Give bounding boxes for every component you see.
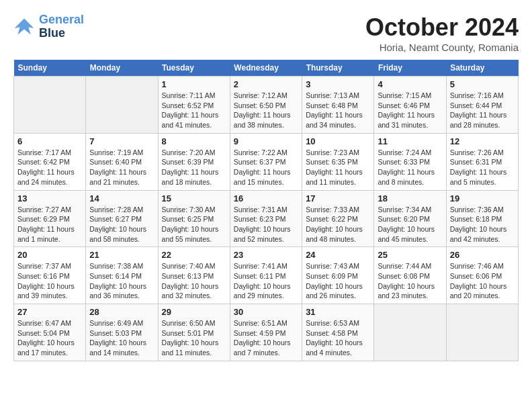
calendar-cell: 26Sunrise: 7:46 AM Sunset: 6:06 PM Dayli… <box>446 247 518 304</box>
day-number: 30 <box>234 307 298 317</box>
day-info: Sunrise: 7:40 AM Sunset: 6:13 PM Dayligh… <box>162 261 226 301</box>
calendar-cell: 8Sunrise: 7:20 AM Sunset: 6:39 PM Daylig… <box>158 133 230 190</box>
day-info: Sunrise: 7:33 AM Sunset: 6:22 PM Dayligh… <box>306 205 370 244</box>
calendar-cell <box>374 304 446 361</box>
day-info: Sunrise: 7:17 AM Sunset: 6:42 PM Dayligh… <box>17 148 82 187</box>
calendar-cell: 29Sunrise: 6:50 AM Sunset: 5:01 PM Dayli… <box>158 304 230 361</box>
day-info: Sunrise: 7:31 AM Sunset: 6:23 PM Dayligh… <box>234 205 298 244</box>
day-number: 6 <box>17 136 82 146</box>
day-info: Sunrise: 7:23 AM Sunset: 6:35 PM Dayligh… <box>306 148 370 187</box>
day-number: 31 <box>306 307 370 317</box>
day-info: Sunrise: 6:51 AM Sunset: 4:59 PM Dayligh… <box>234 318 298 358</box>
calendar-week-row: 13Sunrise: 7:27 AM Sunset: 6:29 PM Dayli… <box>14 190 519 247</box>
day-number: 19 <box>450 193 515 203</box>
day-number: 26 <box>450 250 515 260</box>
calendar-cell: 27Sunrise: 6:47 AM Sunset: 5:04 PM Dayli… <box>14 304 86 361</box>
calendar-cell: 13Sunrise: 7:27 AM Sunset: 6:29 PM Dayli… <box>14 190 86 247</box>
day-info: Sunrise: 7:37 AM Sunset: 6:16 PM Dayligh… <box>17 261 82 301</box>
day-info: Sunrise: 7:26 AM Sunset: 6:31 PM Dayligh… <box>450 148 515 187</box>
day-info: Sunrise: 7:27 AM Sunset: 6:29 PM Dayligh… <box>17 205 82 244</box>
day-info: Sunrise: 7:28 AM Sunset: 6:27 PM Dayligh… <box>89 205 154 244</box>
weekday-header: Tuesday <box>158 60 230 77</box>
logo: General Blue <box>13 13 84 40</box>
day-info: Sunrise: 7:19 AM Sunset: 6:40 PM Dayligh… <box>89 148 154 187</box>
calendar-cell: 18Sunrise: 7:34 AM Sunset: 6:20 PM Dayli… <box>374 190 446 247</box>
calendar-week-row: 20Sunrise: 7:37 AM Sunset: 6:16 PM Dayli… <box>14 247 519 304</box>
day-number: 20 <box>17 250 82 260</box>
day-info: Sunrise: 7:15 AM Sunset: 6:46 PM Dayligh… <box>378 91 442 130</box>
day-number: 14 <box>89 193 154 203</box>
calendar-cell: 1Sunrise: 7:11 AM Sunset: 6:52 PM Daylig… <box>158 77 230 134</box>
day-number: 27 <box>17 307 82 317</box>
day-info: Sunrise: 7:24 AM Sunset: 6:33 PM Dayligh… <box>378 148 442 187</box>
calendar-cell: 25Sunrise: 7:44 AM Sunset: 6:08 PM Dayli… <box>374 247 446 304</box>
calendar-cell: 12Sunrise: 7:26 AM Sunset: 6:31 PM Dayli… <box>446 133 518 190</box>
day-info: Sunrise: 6:47 AM Sunset: 5:04 PM Dayligh… <box>17 318 82 358</box>
day-info: Sunrise: 7:43 AM Sunset: 6:09 PM Dayligh… <box>306 261 370 301</box>
day-number: 12 <box>450 136 515 146</box>
day-info: Sunrise: 7:36 AM Sunset: 6:18 PM Dayligh… <box>450 205 515 244</box>
svg-marker-0 <box>15 18 34 34</box>
day-number: 16 <box>234 193 298 203</box>
day-info: Sunrise: 6:53 AM Sunset: 4:58 PM Dayligh… <box>306 318 370 358</box>
title-block: October 2024 Horia, Neamt County, Romani… <box>365 13 519 53</box>
logo-icon <box>13 17 35 36</box>
calendar-cell: 16Sunrise: 7:31 AM Sunset: 6:23 PM Dayli… <box>230 190 302 247</box>
day-number: 24 <box>306 250 370 260</box>
day-number: 23 <box>234 250 298 260</box>
day-number: 28 <box>89 307 154 317</box>
location: Horia, Neamt County, Romania <box>365 42 519 53</box>
calendar-cell: 4Sunrise: 7:15 AM Sunset: 6:46 PM Daylig… <box>374 77 446 134</box>
day-number: 4 <box>378 79 442 89</box>
calendar-cell <box>446 304 518 361</box>
day-number: 8 <box>162 136 226 146</box>
day-info: Sunrise: 7:41 AM Sunset: 6:11 PM Dayligh… <box>234 261 298 301</box>
day-info: Sunrise: 7:30 AM Sunset: 6:25 PM Dayligh… <box>162 205 226 244</box>
day-number: 10 <box>306 136 370 146</box>
calendar-cell: 21Sunrise: 7:38 AM Sunset: 6:14 PM Dayli… <box>86 247 158 304</box>
calendar-cell: 19Sunrise: 7:36 AM Sunset: 6:18 PM Dayli… <box>446 190 518 247</box>
calendar-cell <box>86 77 158 134</box>
calendar-cell: 7Sunrise: 7:19 AM Sunset: 6:40 PM Daylig… <box>86 133 158 190</box>
day-number: 22 <box>162 250 226 260</box>
calendar-cell: 15Sunrise: 7:30 AM Sunset: 6:25 PM Dayli… <box>158 190 230 247</box>
day-info: Sunrise: 7:11 AM Sunset: 6:52 PM Dayligh… <box>162 91 226 130</box>
day-info: Sunrise: 7:46 AM Sunset: 6:06 PM Dayligh… <box>450 261 515 301</box>
day-info: Sunrise: 7:20 AM Sunset: 6:39 PM Dayligh… <box>162 148 226 187</box>
day-number: 2 <box>234 79 298 89</box>
logo-text: General Blue <box>39 13 84 40</box>
calendar-week-row: 6Sunrise: 7:17 AM Sunset: 6:42 PM Daylig… <box>14 133 519 190</box>
weekday-header-row: SundayMondayTuesdayWednesdayThursdayFrid… <box>14 60 519 77</box>
day-info: Sunrise: 7:22 AM Sunset: 6:37 PM Dayligh… <box>234 148 298 187</box>
weekday-header: Wednesday <box>230 60 302 77</box>
day-info: Sunrise: 7:44 AM Sunset: 6:08 PM Dayligh… <box>378 261 442 301</box>
day-number: 29 <box>162 307 226 317</box>
calendar-cell: 6Sunrise: 7:17 AM Sunset: 6:42 PM Daylig… <box>14 133 86 190</box>
day-number: 7 <box>89 136 154 146</box>
day-number: 1 <box>162 79 226 89</box>
calendar-cell: 9Sunrise: 7:22 AM Sunset: 6:37 PM Daylig… <box>230 133 302 190</box>
page-header: General Blue October 2024 Horia, Neamt C… <box>13 13 519 53</box>
calendar-cell: 20Sunrise: 7:37 AM Sunset: 6:16 PM Dayli… <box>14 247 86 304</box>
day-number: 17 <box>306 193 370 203</box>
weekday-header: Monday <box>86 60 158 77</box>
calendar-cell: 11Sunrise: 7:24 AM Sunset: 6:33 PM Dayli… <box>374 133 446 190</box>
day-info: Sunrise: 7:34 AM Sunset: 6:20 PM Dayligh… <box>378 205 442 244</box>
calendar-week-row: 27Sunrise: 6:47 AM Sunset: 5:04 PM Dayli… <box>14 304 519 361</box>
calendar-cell: 14Sunrise: 7:28 AM Sunset: 6:27 PM Dayli… <box>86 190 158 247</box>
weekday-header: Sunday <box>14 60 86 77</box>
day-info: Sunrise: 7:12 AM Sunset: 6:50 PM Dayligh… <box>234 91 298 130</box>
calendar-cell: 28Sunrise: 6:49 AM Sunset: 5:03 PM Dayli… <box>86 304 158 361</box>
day-number: 18 <box>378 193 442 203</box>
day-number: 3 <box>306 79 370 89</box>
calendar-week-row: 1Sunrise: 7:11 AM Sunset: 6:52 PM Daylig… <box>14 77 519 134</box>
day-info: Sunrise: 7:16 AM Sunset: 6:44 PM Dayligh… <box>450 91 515 130</box>
calendar-cell: 2Sunrise: 7:12 AM Sunset: 6:50 PM Daylig… <box>230 77 302 134</box>
calendar-cell: 10Sunrise: 7:23 AM Sunset: 6:35 PM Dayli… <box>302 133 374 190</box>
calendar-cell: 17Sunrise: 7:33 AM Sunset: 6:22 PM Dayli… <box>302 190 374 247</box>
weekday-header: Friday <box>374 60 446 77</box>
calendar-cell: 22Sunrise: 7:40 AM Sunset: 6:13 PM Dayli… <box>158 247 230 304</box>
calendar-cell <box>14 77 86 134</box>
day-number: 9 <box>234 136 298 146</box>
calendar-cell: 30Sunrise: 6:51 AM Sunset: 4:59 PM Dayli… <box>230 304 302 361</box>
